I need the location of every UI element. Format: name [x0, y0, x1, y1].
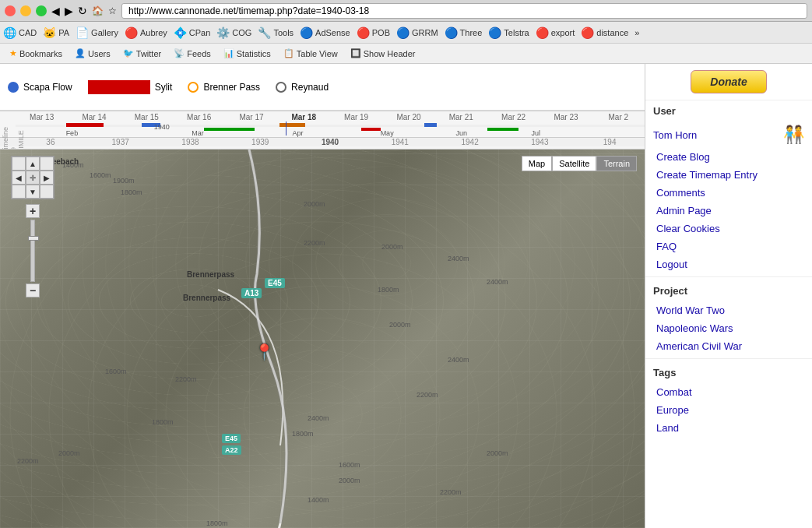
timeline-area: Scapa Flow Sylit Brenner Pass Reynaud Ti…	[0, 64, 645, 150]
pan-center-button[interactable]: ✛	[26, 171, 40, 185]
elevation-label: 2200m	[304, 239, 325, 247]
address-bar[interactable]	[121, 3, 807, 19]
map-area[interactable]: Scapa Flow Sylit Brenner Pass Reynaud Ti…	[0, 64, 645, 528]
elevation-label: 2000m	[487, 449, 508, 457]
place-label-brennerpass-top: Brennerpass	[187, 270, 234, 279]
bookmarks-icon: ★	[9, 48, 17, 58]
toolbar-item-cad[interactable]: 🌐 CAD	[3, 26, 37, 39]
statistics-item[interactable]: 📊 Statistics	[219, 47, 276, 60]
elevation-label: 1800m	[378, 286, 399, 294]
close-button[interactable]	[5, 5, 16, 16]
pan-ne-button[interactable]	[40, 157, 54, 171]
cog-icon: ⚙️	[216, 26, 230, 39]
twitter-icon: 🐦	[123, 48, 134, 58]
map-controls: ▲ ◀ ✛ ▶ ▼ + −	[11, 156, 54, 297]
elevation-label: 1800m	[152, 418, 174, 426]
zoom-in-button[interactable]: +	[26, 204, 40, 218]
clear-cookies-link[interactable]: Clear Cookies	[645, 220, 812, 238]
admin-page-link[interactable]: Admin Page	[645, 202, 812, 220]
reynaud-icon	[276, 82, 286, 93]
map-type-buttons: Map Satellite Terrain	[522, 156, 637, 171]
pan-nw-button[interactable]	[12, 157, 26, 171]
land-tag-link[interactable]: Land	[645, 419, 812, 437]
toolbar-overflow[interactable]: »	[634, 28, 639, 37]
zoom-out-button[interactable]: −	[26, 283, 40, 297]
toolbar-item-cog[interactable]: ⚙️ COG	[216, 26, 251, 39]
sidebar-donate: Donate	[645, 64, 812, 100]
toolbar-item-distance[interactable]: 🔴 distance	[581, 26, 628, 39]
faq-link[interactable]: FAQ	[645, 238, 812, 255]
pan-sw-button[interactable]	[12, 185, 26, 199]
american-civil-war-link[interactable]: American Civil War	[645, 337, 812, 355]
toolbar-item-grrm[interactable]: 🔵 GRRM	[396, 26, 438, 39]
map-type-terrain[interactable]: Terrain	[596, 156, 637, 171]
napoleonic-wars-link[interactable]: Napoleonic Wars	[645, 319, 812, 337]
aubrey-icon: 🔴	[125, 26, 138, 39]
toolbar-item-adsense[interactable]: 🔵 AdSense	[300, 26, 350, 39]
username-link[interactable]: Tom Horn	[653, 129, 697, 141]
toolbar-item-tools[interactable]: 🔧 Tools	[258, 26, 294, 39]
elevation-label: 2400m	[448, 356, 469, 364]
toolbar-item-pa[interactable]: 🐱 PA	[43, 26, 69, 39]
toolbar-item-pob[interactable]: 🔴 POB	[357, 26, 390, 39]
comments-link[interactable]: Comments	[645, 184, 812, 202]
pan-south-button[interactable]: ▼	[26, 185, 40, 199]
europe-tag-link[interactable]: Europe	[645, 401, 812, 419]
sidebar-divider-1	[645, 276, 812, 277]
map-navigation[interactable]: ▲ ◀ ✛ ▶ ▼	[11, 156, 54, 199]
bookmarks-item[interactable]: ★ Bookmarks	[5, 47, 67, 60]
event-reynaud: Reynaud	[276, 82, 329, 93]
pan-north-button[interactable]: ▲	[26, 157, 40, 171]
elevation-label: 2400m	[448, 255, 469, 262]
combat-tag-link[interactable]: Combat	[645, 383, 812, 401]
elevation-label: 1800m	[121, 188, 142, 196]
create-timemap-link[interactable]: Create Timemap Entry	[645, 166, 812, 184]
event-brenner: Brenner Pass	[188, 82, 260, 93]
toolbar-item-three[interactable]: 🔵 Three	[445, 26, 483, 39]
feeds-icon: 📡	[174, 48, 185, 58]
export-icon: 🔴	[536, 26, 549, 39]
event-sylit: Sylit	[88, 80, 173, 94]
feeds-item[interactable]: 📡 Feeds	[169, 47, 216, 60]
zoom-slider[interactable]	[30, 220, 35, 282]
home-icon[interactable]: 🏠	[92, 5, 104, 16]
pan-west-button[interactable]: ◀	[12, 171, 26, 185]
sidebar-divider-2	[645, 358, 812, 359]
map-type-map[interactable]: Map	[522, 156, 552, 171]
donate-button[interactable]: Donate	[691, 70, 766, 93]
pa-icon: 🐱	[43, 26, 56, 39]
map-tiles[interactable]: 1400m 1600m 1800m 1900m 2000m 2200m 2000…	[0, 150, 645, 528]
show-header-item[interactable]: 🔲 Show Header	[346, 47, 420, 60]
pan-east-button[interactable]: ▶	[40, 171, 54, 185]
create-blog-link[interactable]: Create Blog	[645, 148, 812, 166]
back-icon[interactable]: ◀	[51, 5, 60, 17]
maximize-button[interactable]	[36, 5, 47, 16]
toolbar-item-telstra[interactable]: 🔵 Telstra	[488, 26, 529, 39]
toolbar-item-aubrey[interactable]: 🔴 Aubrey	[125, 26, 167, 39]
adsense-icon: 🔵	[300, 26, 313, 39]
forward-icon[interactable]: ▶	[65, 5, 73, 17]
main-toolbar: 🌐 CAD 🐱 PA 📄 Gallery 🔴 Aubrey 💠 CPan ⚙️ …	[0, 22, 812, 44]
project-section-label: Project	[645, 280, 812, 301]
toolbar-item-gallery[interactable]: 📄 Gallery	[76, 26, 118, 39]
elevation-label: 2200m	[17, 457, 39, 465]
table-view-item[interactable]: 📋 Table View	[279, 47, 343, 60]
map-marker: 📍	[255, 343, 274, 361]
cpan-icon: 💠	[174, 26, 187, 39]
world-war-two-link[interactable]: World War Two	[645, 301, 812, 319]
reload-icon[interactable]: ↻	[78, 5, 87, 17]
place-label-brennerpass: Brennerpass	[183, 294, 230, 302]
map-type-satellite[interactable]: Satellite	[552, 156, 596, 171]
logout-link[interactable]: Logout	[645, 255, 812, 273]
pan-se-button[interactable]	[40, 185, 54, 199]
elevation-label: 2000m	[339, 477, 360, 484]
toolbar-item-cpan[interactable]: 💠 CPan	[174, 26, 211, 39]
minimize-button[interactable]	[20, 5, 31, 16]
users-item[interactable]: 👤 Users	[70, 47, 115, 60]
zoom-thumb[interactable]	[28, 236, 39, 241]
event-scapa-flow: Scapa Flow	[8, 82, 72, 93]
show-header-icon: 🔲	[350, 48, 361, 58]
timeline-bar[interactable]: Timeline © SIMILE Mar 13 Mar 14 Mar 15 M…	[0, 111, 645, 150]
toolbar-item-export[interactable]: 🔴 export	[536, 26, 575, 39]
twitter-item[interactable]: 🐦 Twitter	[118, 47, 166, 60]
